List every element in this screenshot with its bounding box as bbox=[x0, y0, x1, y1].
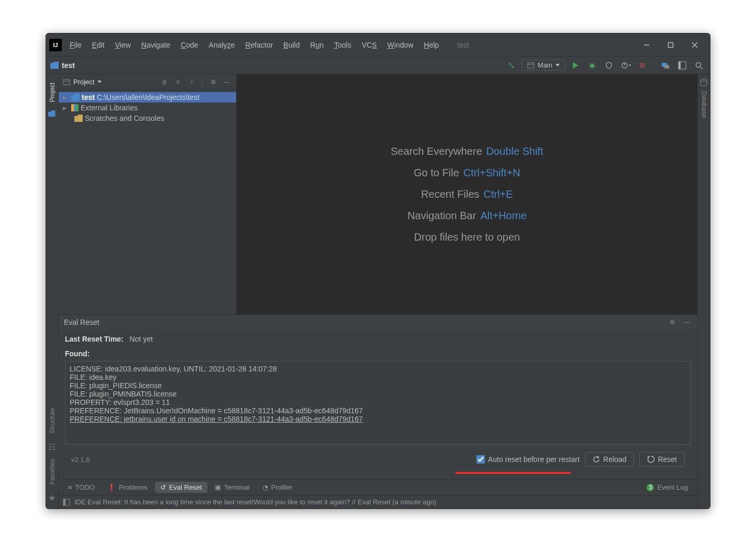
project-tool-window: Project ⊚ ≡ ÷ ⚙ — ▸ tes bbox=[59, 74, 237, 314]
scratches-icon bbox=[74, 115, 83, 122]
database-icon[interactable] bbox=[700, 78, 708, 87]
svg-rect-16 bbox=[664, 65, 669, 69]
root-path: C:\Users\allen\IdeaProjects\test bbox=[97, 93, 199, 101]
hint-recent-files: Recent FilesCtrl+E bbox=[421, 188, 513, 200]
listing-line[interactable]: PREFERENCE: JetBrains.UserIdOnMachine = … bbox=[70, 406, 686, 415]
tab-problems[interactable]: ❗Problems bbox=[102, 482, 153, 493]
eval-reset-header-title: Eval Reset bbox=[64, 318, 99, 326]
search-icon[interactable] bbox=[692, 59, 706, 72]
collapse-all-button[interactable]: ÷ bbox=[186, 77, 197, 87]
star-icon: ★ bbox=[48, 493, 57, 501]
tool-windows-icon[interactable] bbox=[63, 499, 70, 506]
menu-tools[interactable]: Tools bbox=[329, 39, 356, 51]
work-area: Project ⊚ ≡ ÷ ⚙ — ▸ tes bbox=[59, 74, 697, 314]
caret-icon[interactable]: ▸ bbox=[63, 104, 69, 112]
debug-button[interactable] bbox=[585, 59, 599, 72]
last-reset-value: Not yet bbox=[129, 335, 152, 343]
menu-view[interactable]: View bbox=[110, 39, 136, 51]
folder-icon bbox=[71, 94, 80, 101]
menu-analyze[interactable]: Analyze bbox=[204, 39, 240, 51]
minimize-button[interactable] bbox=[635, 37, 659, 53]
auto-reset-checkbox[interactable]: Auto reset before per restart bbox=[476, 455, 580, 464]
tab-event-log[interactable]: 3Event Log bbox=[641, 482, 693, 493]
tree-external-libs[interactable]: ▸ External Libraries bbox=[59, 103, 236, 113]
listing-line[interactable]: FILE: plugin_PMINBATIS.license bbox=[70, 390, 686, 398]
reload-button[interactable]: Reload bbox=[585, 452, 634, 467]
menu-build[interactable]: Build bbox=[279, 39, 304, 51]
left-tool-gutter: Project Structure ☷ Favorites ★ bbox=[46, 74, 59, 509]
reset-button[interactable]: Reset bbox=[639, 452, 685, 467]
run-configuration-selector[interactable]: Main bbox=[521, 60, 565, 71]
project-tree[interactable]: ▸ test C:\Users\allen\IdeaProjects\test … bbox=[59, 90, 236, 126]
main-menu: File Edit View Navigate Code Analyze Ref… bbox=[65, 39, 443, 51]
gear-icon[interactable]: ⚙ bbox=[667, 317, 677, 328]
locate-button[interactable]: ⊚ bbox=[159, 77, 170, 87]
chevron-down-icon[interactable] bbox=[97, 81, 102, 83]
listing-line[interactable]: PROPERTY: evlsprt3.203 = 11 bbox=[70, 398, 686, 406]
right-tab-database[interactable]: Database bbox=[701, 87, 708, 122]
bottom-tool-tabs: ≡TODO ❗Problems ↺Eval Reset ▣Terminal ◔P… bbox=[59, 479, 697, 495]
listing-line[interactable]: FILE: plugin_PIEDIS.license bbox=[70, 381, 686, 390]
menu-navigate[interactable]: Navigate bbox=[137, 39, 175, 51]
run-button[interactable] bbox=[569, 59, 582, 72]
root-name: test bbox=[82, 93, 95, 101]
listing-line[interactable]: PREFERENCE: jetbrains.user id on machine… bbox=[70, 415, 686, 423]
annotation-underline bbox=[455, 472, 571, 474]
todo-icon: ≡ bbox=[68, 483, 72, 491]
title-context: test bbox=[457, 41, 469, 49]
chevron-down-icon bbox=[555, 64, 560, 66]
hide-button[interactable]: — bbox=[221, 77, 232, 87]
eval-reset-panel: Eval Reset ⚙ — Last Reset Time: Not yet … bbox=[59, 314, 697, 479]
tab-eval-reset[interactable]: ↺Eval Reset bbox=[155, 482, 207, 493]
svg-marker-6 bbox=[573, 62, 579, 69]
build-button[interactable]: ⤡ bbox=[505, 59, 518, 72]
caret-icon[interactable]: ▸ bbox=[63, 93, 69, 101]
close-button[interactable] bbox=[683, 37, 707, 53]
library-icon bbox=[71, 104, 79, 111]
listing-line[interactable]: FILE: idea.key bbox=[70, 373, 686, 381]
maximize-button[interactable] bbox=[659, 37, 683, 53]
tab-todo[interactable]: ≡TODO bbox=[63, 482, 100, 493]
expand-all-button[interactable]: ≡ bbox=[173, 77, 183, 87]
project-folder-icon bbox=[50, 62, 59, 69]
tab-terminal[interactable]: ▣Terminal bbox=[209, 482, 255, 493]
menu-run[interactable]: Run bbox=[306, 39, 329, 51]
left-tab-favorites[interactable]: Favorites bbox=[49, 455, 56, 489]
run-config-label: Main bbox=[538, 61, 552, 69]
coverage-button[interactable] bbox=[602, 59, 616, 72]
toggle-tool-windows-button[interactable] bbox=[675, 59, 689, 72]
hint-drop-files: Drop files here to open bbox=[414, 231, 520, 243]
svg-point-19 bbox=[696, 62, 701, 67]
menu-vcs[interactable]: VCS bbox=[357, 39, 382, 51]
tree-scratches[interactable]: Scratches and Consoles bbox=[59, 113, 236, 123]
menu-window[interactable]: Window bbox=[383, 39, 418, 51]
listing-line[interactable]: LICENSE: idea203.evaluation.key, UNTIL: … bbox=[70, 365, 686, 373]
menu-code[interactable]: Code bbox=[176, 39, 203, 51]
menu-edit[interactable]: Edit bbox=[87, 39, 109, 51]
editor-empty-state[interactable]: Search EverywhereDouble Shift Go to File… bbox=[237, 74, 697, 314]
project-structure-button[interactable] bbox=[659, 59, 672, 72]
menu-refactor[interactable]: Refactor bbox=[240, 39, 277, 51]
project-pane-title[interactable]: Project bbox=[73, 78, 94, 86]
stop-button[interactable] bbox=[636, 59, 649, 72]
svg-rect-21 bbox=[63, 80, 70, 85]
status-message: IDE Eval Reset: It has been a long time … bbox=[74, 498, 436, 506]
application-icon bbox=[527, 62, 535, 69]
tab-profiler[interactable]: ◔Profiler bbox=[257, 482, 298, 493]
svg-rect-24 bbox=[63, 499, 65, 505]
left-tab-project[interactable]: Project bbox=[49, 78, 56, 106]
auto-reset-input[interactable] bbox=[476, 455, 485, 464]
status-bar: IDE Eval Reset: It has been a long time … bbox=[59, 495, 697, 509]
hide-button[interactable]: — bbox=[682, 317, 692, 328]
hint-nav-bar: Navigation BarAlt+Home bbox=[407, 210, 527, 222]
auto-reset-label: Auto reset before per restart bbox=[488, 455, 580, 464]
breadcrumb[interactable]: test bbox=[62, 61, 75, 70]
found-listing[interactable]: LICENSE: idea203.evaluation.key, UNTIL: … bbox=[65, 361, 691, 445]
menu-help[interactable]: Help bbox=[419, 39, 444, 51]
tree-root[interactable]: ▸ test C:\Users\allen\IdeaProjects\test bbox=[59, 92, 236, 103]
profile-button[interactable]: ▾ bbox=[619, 59, 632, 72]
last-reset-row: Last Reset Time: Not yet bbox=[65, 335, 691, 343]
gear-icon[interactable]: ⚙ bbox=[208, 77, 218, 87]
menu-file[interactable]: File bbox=[65, 39, 86, 51]
left-tab-structure[interactable]: Structure bbox=[49, 404, 56, 438]
